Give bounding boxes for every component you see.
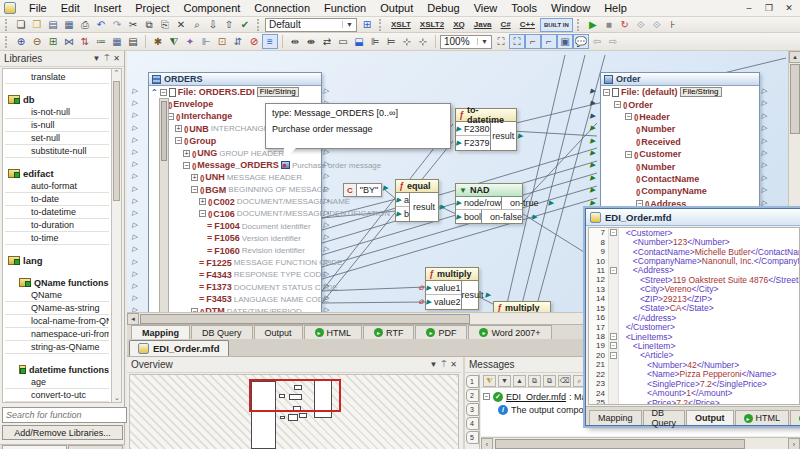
left-connector[interactable]: ▶ <box>590 87 595 95</box>
left-connector[interactable]: ▷ <box>132 221 137 229</box>
expander[interactable]: − <box>191 308 198 312</box>
orders-component-header[interactable]: ORDERS <box>149 73 321 86</box>
left-connector[interactable]: ▷ <box>132 306 137 312</box>
language-button[interactable]: BUILT IN <box>540 18 573 32</box>
messages-tab[interactable]: 1 <box>466 375 479 388</box>
right-connector[interactable]: ▷ <box>324 87 329 95</box>
input-connector[interactable]: ▶ <box>456 213 461 221</box>
result-tab[interactable]: Output <box>254 325 303 339</box>
output-connector[interactable]: ▶ <box>383 184 388 192</box>
multiply-function[interactable]: ƒmultiply ⊘▶value1⊘▶value2 result▶ <box>425 267 479 310</box>
tree-row[interactable]: ▷ − () C106 DOCUMENT/MESSAGE IDENTIFICAT… <box>149 208 321 220</box>
back-icon[interactable]: ⇦ <box>589 34 605 49</box>
function-input[interactable]: ⊘▶value1 <box>426 281 461 295</box>
change-root-icon[interactable]: ⬓ <box>351 34 367 49</box>
fold-icon[interactable]: − <box>610 267 617 274</box>
insert-join-icon[interactable]: ⋈ <box>61 34 77 49</box>
left-connector[interactable]: ▶ <box>590 149 595 157</box>
pin-icon[interactable]: ⍑ <box>441 360 446 370</box>
paste-icon[interactable]: ⎘ <box>157 17 173 32</box>
left-connector[interactable]: ▶ <box>590 112 595 120</box>
overview-minimap[interactable] <box>129 374 459 449</box>
document-tab[interactable]: EDI_Order.mfd <box>129 340 229 356</box>
left-connector[interactable]: ▷ <box>132 258 137 266</box>
tree-row[interactable]: ▶ () Number ▷ <box>601 160 759 172</box>
scroll-thumb[interactable] <box>790 64 800 134</box>
menu-item[interactable]: Project <box>128 1 176 15</box>
open-file-icon[interactable]: ❒ <box>29 17 45 32</box>
manage-libraries-icon[interactable]: ⊞ <box>359 17 375 32</box>
insert-sort-icon[interactable]: ⇅ <box>77 34 93 49</box>
menu-item[interactable]: Output <box>373 1 420 15</box>
tree-row[interactable]: ▶ − File: (default) File/String ▷ <box>601 86 759 98</box>
find-next-icon[interactable]: ⇩ <box>205 17 221 32</box>
menu-item[interactable]: Debug <box>420 1 466 15</box>
insert-variable-icon[interactable]: ⊞ <box>45 34 61 49</box>
insert-value-icon[interactable]: ⊡ <box>214 34 230 49</box>
resize-right-icon[interactable]: ⊹ <box>415 34 431 49</box>
to-datetime-function[interactable]: ƒto-datetime ▶F2380▶F2379 result▶ <box>455 108 517 151</box>
library-item[interactable]: to-datetime <box>5 206 109 219</box>
left-connector[interactable]: ▷ <box>132 111 137 119</box>
left-connector[interactable]: ▷ <box>132 270 137 278</box>
right-connector[interactable]: ▷ <box>762 112 767 120</box>
right-connector[interactable]: ▷ <box>324 197 329 205</box>
tree-row[interactable]: ▷ = F1373 DOCUMENT STATUS CODE ▷ <box>149 281 321 293</box>
filter-output[interactable]: on-false▶ <box>481 210 530 223</box>
zoom-to-fit-icon[interactable]: ⛶ <box>493 34 509 49</box>
output-window-tab[interactable]: Mapping <box>589 410 642 425</box>
scroll-thumb[interactable] <box>140 314 470 324</box>
expander[interactable]: + <box>191 174 198 181</box>
xml-output-view[interactable]: 7 − <Customer> 8 <Number>123</Number> 9 … <box>588 227 800 405</box>
output-connector[interactable]: ▶ <box>518 132 523 140</box>
save-icon[interactable]: ▤ <box>45 17 61 32</box>
result-tab[interactable]: ▸ HTML <box>304 325 363 339</box>
language-button[interactable]: XSLT2 <box>416 18 448 32</box>
show-library-icon[interactable]: ▣ <box>557 34 573 49</box>
zoom-selection-icon[interactable]: ⛶ <box>509 34 525 49</box>
library-item[interactable]: substitute-null <box>5 145 109 158</box>
menu-item[interactable]: Window <box>544 1 597 15</box>
result-tab[interactable]: Mapping <box>131 325 190 339</box>
tree-row[interactable]: ▷ − () Message_ORDERS Purchase order mes… <box>149 159 321 171</box>
output-window-tab[interactable]: ▸ HTML <box>735 410 790 425</box>
left-connector[interactable]: ▷ <box>132 172 137 180</box>
function-input[interactable]: ▶a <box>396 193 409 207</box>
right-connector[interactable]: ▷ <box>324 172 329 180</box>
expander[interactable]: − <box>160 89 167 96</box>
left-connector[interactable]: ▷ <box>132 245 137 253</box>
cut-icon[interactable]: ✂ <box>125 17 141 32</box>
connect-copy-all-icon[interactable]: ⇄ <box>319 34 335 49</box>
input-connector[interactable]: ▶ <box>396 196 401 204</box>
input-connector[interactable]: ▶ <box>426 298 431 306</box>
language-button[interactable]: XQ <box>449 18 469 32</box>
scroll-right-icon[interactable]: › <box>788 438 800 449</box>
component-scrollbar[interactable] <box>159 98 169 312</box>
left-connector[interactable]: ▶ <box>590 124 595 132</box>
input-connector[interactable]: ▶ <box>426 284 431 292</box>
show-types-icon[interactable]: ⌐ <box>541 34 557 49</box>
library-item[interactable]: QName <box>5 289 109 302</box>
library-item[interactable]: to-date <box>5 193 109 206</box>
library-item[interactable]: to-time <box>5 232 109 245</box>
find-prev-icon[interactable]: ⇧ <box>221 17 237 32</box>
left-connector[interactable]: ▷ <box>132 160 137 168</box>
expander[interactable]: + <box>199 198 206 205</box>
output-window-tab[interactable]: Output <box>686 410 734 425</box>
copy-all-messages-icon[interactable]: ⧉ <box>543 375 556 387</box>
panel-tab[interactable]: Project <box>68 445 123 449</box>
filter-row[interactable]: ▶bool on-false▶ <box>456 210 522 223</box>
insert-sql-where-icon[interactable]: ≔ <box>93 34 109 49</box>
expander[interactable]: − <box>636 200 643 207</box>
collapse-all-icon[interactable]: ⌃ <box>151 88 158 97</box>
right-connector[interactable]: ▷ <box>324 245 329 253</box>
tree-row[interactable]: ▷ = F3453 LANGUAGE NAME CODE ▷ <box>149 293 321 305</box>
toolbar-grip[interactable] <box>5 36 9 48</box>
copy-icon[interactable]: ⧉ <box>141 17 157 32</box>
output-window-titlebar[interactable]: EDI_Order.mfd <box>586 209 800 226</box>
align-right-icon[interactable]: ⊨ <box>383 34 399 49</box>
library-item[interactable]: namespace-uri-from-QN <box>5 328 109 341</box>
connect-matching-children-icon[interactable]: ⇹ <box>287 34 303 49</box>
right-connector[interactable]: ▷ <box>762 99 767 107</box>
left-connector[interactable]: ▷ <box>132 148 137 156</box>
